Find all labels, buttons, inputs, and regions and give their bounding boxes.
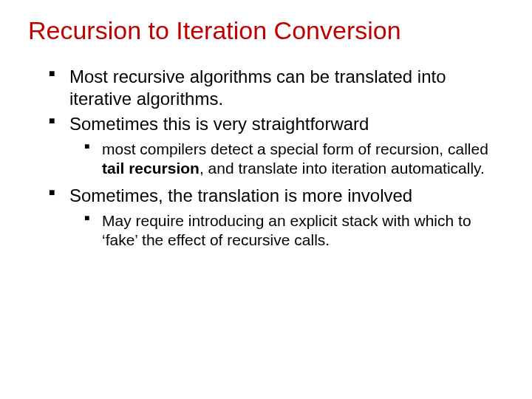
sub-bullet-text: most compilers detect a special form of …	[102, 140, 488, 157]
sub-bullet-item: May require introducing an explicit stac…	[84, 211, 504, 250]
slide-title: Recursion to Iteration Conversion	[28, 16, 504, 45]
bullet-text: Sometimes this is very straightforward	[69, 114, 369, 134]
bullet-item: Sometimes this is very straightforward m…	[49, 113, 504, 179]
bullet-item: Sometimes, the translation is more invol…	[49, 185, 504, 250]
bullet-text: Sometimes, the translation is more invol…	[69, 185, 412, 205]
sub-bullet-list: May require introducing an explicit stac…	[69, 211, 504, 250]
bullet-item: Most recursive algorithms can be transla…	[49, 66, 504, 110]
sub-bullet-bold: tail recursion	[102, 160, 200, 177]
bullet-list: Most recursive algorithms can be transla…	[28, 66, 504, 250]
sub-bullet-item: most compilers detect a special form of …	[84, 140, 504, 179]
sub-bullet-text: , and translate into iteration automatic…	[200, 160, 485, 177]
sub-bullet-list: most compilers detect a special form of …	[69, 140, 504, 179]
